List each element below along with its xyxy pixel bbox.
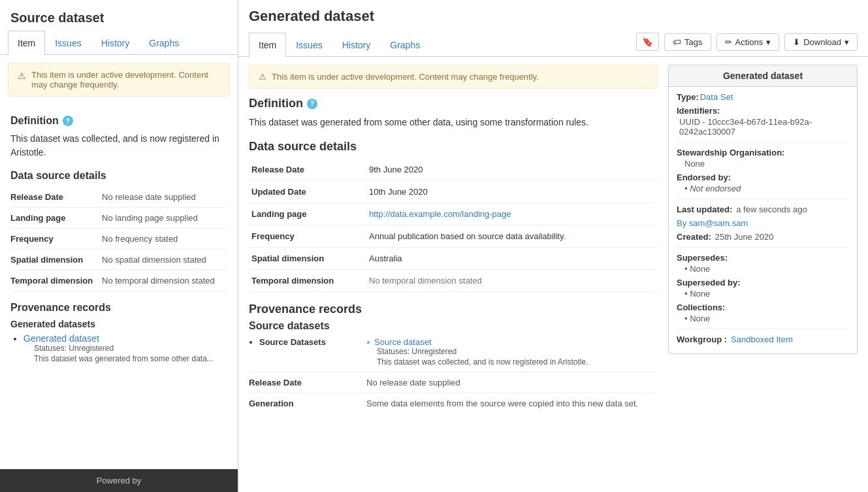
generation-row: Generation Some data elements from the s… <box>249 393 658 408</box>
right-tab-item[interactable]: Item <box>249 33 286 57</box>
table-row: Spatial dimension Australia <box>249 248 658 270</box>
left-generated-list: Generated dataset Statuses: Unregistered… <box>24 333 227 363</box>
download-button[interactable]: ⬇ Download ▾ <box>784 33 858 51</box>
left-data-table: Release Date No release date supplied La… <box>10 187 227 291</box>
sidebar-lastupdated-value: a few seconds ago <box>736 205 807 214</box>
field-label: Temporal dimension <box>249 270 366 292</box>
sidebar-workgroup-link[interactable]: Sandboxed Item <box>731 335 793 344</box>
left-panel-title: Source dataset <box>0 0 238 31</box>
field-label: Landing page <box>10 208 102 229</box>
right-tab-graphs[interactable]: Graphs <box>380 33 430 57</box>
sidebar-collections-value: • None <box>684 314 849 323</box>
sidebar-endorsed-value: • Not endorsed <box>684 184 849 193</box>
sidebar-lastupdated-label: Last updated: <box>677 205 732 214</box>
right-data-table: Release Date 9th June 2020 Updated Date … <box>249 159 658 292</box>
sidebar-stewardship-row: Stewardship Organisation: None <box>677 148 849 169</box>
right-alert-text: This item is under active development. C… <box>272 72 539 82</box>
sidebar-lastupdated-row: Last updated: a few seconds ago <box>677 205 849 214</box>
left-definition-title: Definition ? <box>10 115 227 127</box>
list-item: Generated dataset Statuses: Unregistered… <box>24 333 227 363</box>
left-generated-title: Generated datasets <box>10 319 227 329</box>
source-dataset-details: ● Source dataset Statuses: Unregistered … <box>366 337 588 367</box>
field-label: Updated Date <box>249 181 366 203</box>
actions-button[interactable]: ✏ Actions ▾ <box>716 33 780 51</box>
right-definition-title: Definition ? <box>249 97 658 110</box>
list-item: Source Datasets <box>259 337 366 347</box>
source-datasets-title: Source datasets <box>249 320 658 332</box>
generated-dataset-link[interactable]: Generated dataset <box>24 333 99 344</box>
field-label: Release Date <box>249 159 366 181</box>
sidebar-header: Generated dataset <box>669 65 857 87</box>
right-panel: Generated dataset Item Issues History Gr… <box>238 0 868 492</box>
sidebar-identifiers-label: Identifiers: <box>677 106 849 116</box>
sidebar-stewardship-value: None <box>684 159 849 169</box>
landing-page-link[interactable]: http://data.example.com/landing-page <box>369 209 511 219</box>
right-datasource-title: Data source details <box>249 140 658 154</box>
left-tab-graphs[interactable]: Graphs <box>139 31 189 55</box>
field-label: Frequency <box>10 229 102 250</box>
right-warning-icon: ⚠ <box>259 72 266 82</box>
table-row: Release Date No release date supplied <box>10 187 227 208</box>
left-tab-item[interactable]: Item <box>8 31 45 55</box>
sidebar-collections-label: Collections: <box>677 303 849 312</box>
left-footer: Powered by <box>0 469 238 492</box>
generated-desc: This dataset was generated from some oth… <box>34 354 227 363</box>
left-provenance-title: Provenance records <box>10 302 227 314</box>
tags-button[interactable]: 🏷 Tags <box>664 33 711 51</box>
right-definition-text: This dataset was generated from some oth… <box>249 116 658 129</box>
bookmark-button[interactable]: 🔖 <box>636 33 659 51</box>
table-row: Temporal dimension No temporal dimension… <box>249 270 658 292</box>
sidebar-collections-row: Collections: • None <box>677 303 849 323</box>
sidebar-workgroup-label: Workgroup : <box>677 335 727 344</box>
field-value: No spatial dimension stated <box>102 250 227 271</box>
field-value: No landing page supplied <box>102 208 227 229</box>
right-sidebar: Generated dataset Type: Data Set Identif… <box>668 65 858 354</box>
field-value: Australia <box>366 248 658 270</box>
right-provenance-section: Provenance records Source datasets Sourc… <box>249 303 658 408</box>
right-panel-title: Generated dataset <box>249 8 430 25</box>
field-value: No frequency stated <box>102 229 227 250</box>
right-tab-history[interactable]: History <box>332 33 381 57</box>
left-tab-issues[interactable]: Issues <box>45 31 91 55</box>
source-detail: Statuses: Unregistered This dataset was … <box>377 347 588 367</box>
table-row: Frequency No frequency stated <box>10 229 227 250</box>
field-value-muted: No temporal dimension stated <box>366 270 658 292</box>
right-definition-help-icon[interactable]: ? <box>307 99 317 109</box>
warning-icon: ⚠ <box>18 71 26 81</box>
table-row: Frequency Annual publication based on so… <box>249 225 658 248</box>
field-label: Landing page <box>249 203 366 225</box>
release-date-value: No release date supplied <box>366 378 460 387</box>
right-tab-issues[interactable]: Issues <box>286 33 332 57</box>
download-chevron-icon: ▾ <box>844 37 849 47</box>
left-alert-text: This item is under active development. C… <box>31 70 220 90</box>
actions-label: Actions <box>735 37 764 47</box>
left-alert: ⚠ This item is under active development.… <box>8 63 230 97</box>
right-tabs: Item Issues History Graphs <box>249 33 430 56</box>
generation-label: Generation <box>249 399 366 408</box>
sidebar-type-link[interactable]: Data Set <box>700 92 733 102</box>
field-label: Spatial dimension <box>10 250 102 271</box>
left-tabs: Item Issues History Graphs <box>0 31 238 55</box>
field-value-link[interactable]: http://data.example.com/landing-page <box>366 203 658 225</box>
table-row: Spatial dimension No spatial dimension s… <box>10 250 227 271</box>
left-tab-history[interactable]: History <box>91 31 140 55</box>
sidebar-identifiers-value: UUID - 10ccc3e4-b67d-11ea-b92a-0242ac130… <box>679 117 849 137</box>
left-definition-text: This dataset was collected, and is now r… <box>10 132 227 159</box>
sidebar-created-value: 25th June 2020 <box>715 232 774 242</box>
sidebar-lastupdated-by-row: By sam@sam.sam <box>677 218 849 228</box>
sidebar-stewardship-label: Stewardship Organisation: <box>677 148 849 157</box>
sidebar-lastupdated-by[interactable]: By sam@sam.sam <box>677 218 748 228</box>
sidebar-type-row: Type: Data Set <box>677 92 849 102</box>
right-alert: ⚠ This item is under active development.… <box>249 65 658 89</box>
sidebar-endorsed-row: Endorsed by: • Not endorsed <box>677 172 849 193</box>
release-row: Release Date No release date supplied <box>249 372 658 387</box>
sidebar-created-row: Created: 25th June 2020 <box>677 232 849 242</box>
source-dataset-link[interactable]: Source dataset <box>374 337 431 347</box>
source-status: Statuses: Unregistered <box>377 347 588 356</box>
right-main: ⚠ This item is under active development.… <box>249 65 658 484</box>
sidebar-endorsed-label: Endorsed by: <box>677 172 849 182</box>
definition-help-icon[interactable]: ? <box>63 116 73 126</box>
table-row: Updated Date 10th June 2020 <box>249 181 658 203</box>
actions-icon: ✏ <box>725 37 732 47</box>
left-panel: Source dataset Item Issues History Graph… <box>0 0 238 492</box>
